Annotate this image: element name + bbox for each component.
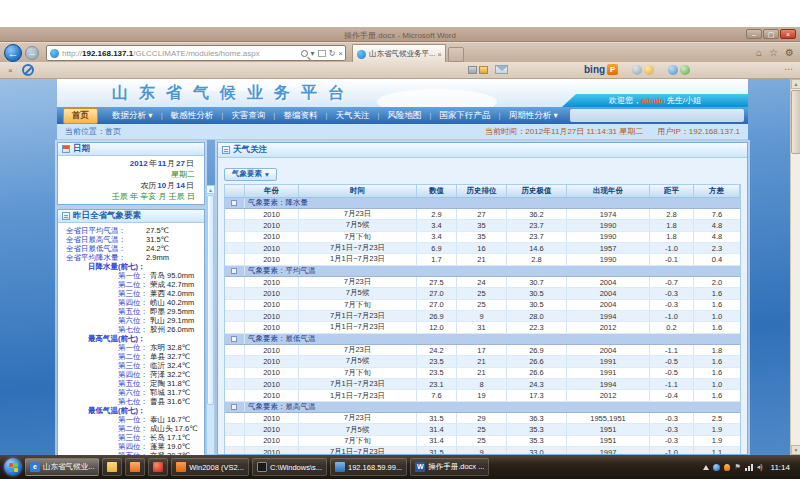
table-data-row[interactable]: 20107月5候31.42535.31951-0.31.9 [225,424,740,435]
blocked-icon[interactable] [22,64,34,76]
stop-icon[interactable]: × [338,49,343,58]
nav-item-8[interactable]: 周期性分析 ▾ [501,109,566,123]
table-data-row[interactable]: 20107月1日~7月23日23.1824.31994-1.11.0 [225,379,740,390]
table-group-row[interactable]: 气象要素：最高气温 [225,402,740,413]
table-cell: 1990 [567,254,650,264]
close-button[interactable]: × [780,29,796,39]
search-dropdown-icon[interactable]: ▾ [311,49,315,58]
nav-item-6[interactable]: 风险地图 [380,109,430,123]
mail-icon[interactable] [495,65,508,74]
table-data-row[interactable]: 20101月1日~7月23日12.03122.320120.21.6 [225,322,740,333]
taskbar-clock[interactable]: 11:14 [771,463,790,472]
table-data-row[interactable]: 20107月1日~7月23日26.9928.01994-1.01.0 [225,311,740,322]
table-data-row[interactable]: 20107月23日24.21726.92004-1.11.8 [225,345,740,356]
table-data-row[interactable]: 20107月5候3.43523.719901.84.8 [225,220,740,231]
new-tab-button[interactable] [448,47,464,62]
expand-box-icon[interactable] [231,268,237,274]
tab-close-icon[interactable]: × [437,50,442,59]
table-data-row[interactable]: 20107月5候23.52126.61991-0.51.6 [225,356,740,367]
taskbar-window-button-0[interactable]: e山东省气候业... [25,458,99,476]
table-data-row[interactable]: 20107月下旬27.02530.52004-0.31.6 [225,300,740,311]
table-cell: 7月1日~7月23日 [299,243,417,253]
table-data-row[interactable]: 20107月23日31.52936.31955,1951-0.32.5 [225,413,740,424]
page-viewport: 山东省气候业务平台 欢迎您，admin 先生/小姐 首页数据分析 ▾|敏感性分析… [0,79,800,455]
nav-item-1[interactable]: 数据分析 ▾ [104,109,161,123]
taskbar-window-button-1[interactable] [102,458,122,476]
element-selector-button[interactable]: 气象要素▾ [224,168,277,181]
browser-scrollbar[interactable]: ▲ ▼ [790,79,800,455]
addon-cards-icon[interactable] [468,66,488,74]
bluetooth-icon[interactable] [713,464,720,471]
table-group-row[interactable]: 气象要素：平均气温 [225,266,740,277]
show-hidden-icons-icon[interactable] [703,465,709,470]
maximize-button[interactable]: ▢ [763,29,779,39]
minimize-button[interactable]: – [746,29,762,39]
addon-share-icon[interactable] [668,65,690,75]
browser-tab[interactable]: 山东省气候业务平... × [352,44,446,63]
volume-icon[interactable]: ◂) [757,463,763,471]
content-scrollbar-thumb[interactable] [207,195,214,405]
nav-item-7[interactable]: 国家下行产品 [432,109,499,123]
browser-scrollbar-thumb[interactable] [791,90,800,154]
table-data-row[interactable]: 20107月23日2.92736.219742.87.6 [225,209,740,220]
table-data-row[interactable]: 20101月1日~7月23日1.7212.81990-0.10.4 [225,254,740,265]
nav-item-3[interactable]: 灾害查询 [223,109,273,123]
bing-toolbar[interactable]: bing P [584,64,618,75]
bing-rewards-icon[interactable]: P [607,64,618,75]
taskbar-window-button-6[interactable]: 192.168.59.99... [330,458,407,476]
table-data-row[interactable]: 20107月23日27.52430.72004-0.72.0 [225,277,740,288]
table-data-row[interactable]: 20107月下旬23.52126.61991-0.51.6 [225,368,740,379]
nav-item-2[interactable]: 敏感性分析 [163,109,222,123]
table-column-header[interactable]: 年份 [245,185,299,197]
table-column-header[interactable]: 方差 [694,185,740,197]
stat-value: 24.2℃ [146,244,169,253]
table-group-row[interactable]: 气象要素：最低气温 [225,334,740,345]
expand-box-icon[interactable] [231,404,237,410]
expand-box-icon[interactable] [231,200,237,206]
address-bar[interactable]: http://192.168.137.1/GLCCLIMATE/modules/… [46,45,346,61]
sidebar-close-icon[interactable]: × [8,66,13,75]
scroll-down-icon[interactable]: ▼ [791,445,800,455]
bing-logo[interactable]: bing [584,64,605,75]
table-data-row[interactable]: 20107月下旬3.43523.719901.84.8 [225,232,740,243]
compatibility-view-icon[interactable] [318,50,326,57]
back-button[interactable]: ← [4,44,22,62]
table-column-header[interactable]: 距平 [650,185,694,197]
taskbar-window-button-3[interactable] [148,458,168,476]
table-column-header[interactable]: 历史排位 [457,185,507,197]
taskbar-window-button-7[interactable]: W操作手册.docx ... [410,458,489,476]
nav-item-5[interactable]: 天气关注 [327,109,377,123]
settings-gear-icon[interactable]: ⚙ [785,47,794,58]
more-options-icon[interactable]: ⋯ [784,64,794,74]
taskbar-window-button-2[interactable] [125,458,145,476]
taskbar-window-button-5[interactable]: C:\Windows\s... [252,458,327,476]
table-column-header[interactable]: 数值 [417,185,457,197]
table-data-row[interactable]: 20107月1日~7月23日6.91614.61957-1.02.3 [225,243,740,254]
table-group-row[interactable]: 气象要素：降水量 [225,198,740,209]
start-button[interactable] [4,458,22,476]
favorites-star-icon[interactable]: ☆ [769,47,778,58]
table-column-header[interactable]: 历史极值 [507,185,567,197]
table-data-row[interactable]: 20107月1日~7月23日31.5933.01997-1.01.1 [225,447,740,454]
security-icon[interactable] [724,464,730,471]
forward-button[interactable]: → [25,46,39,60]
table-data-row[interactable]: 20101月1日~7月23日7.61917.32012-0.41.6 [225,390,740,401]
nav-item-0[interactable]: 首页 [63,108,98,124]
addon-coins-icon[interactable] [632,65,654,75]
scroll-up-icon[interactable]: ▲ [791,79,800,89]
table-data-row[interactable]: 20107月5候27.02530.52004-0.31.6 [225,288,740,299]
nav-item-4[interactable]: 整编资料 [275,109,325,123]
table-data-row[interactable]: 20107月下旬31.42535.31951-0.31.9 [225,436,740,447]
network-icon[interactable] [745,464,753,471]
flag-icon[interactable]: ⚑ [734,463,740,471]
taskbar-window-button-4[interactable]: Win2008 (VS2... [171,458,249,476]
table-column-header[interactable]: 出现年份 [567,185,650,197]
expand-box-icon[interactable] [231,336,237,342]
home-icon[interactable]: ⌂ [756,47,762,58]
content-scrollbar[interactable]: ▲ [206,185,215,455]
table-cell: 23.7 [507,220,567,230]
rank-station-value: 郓城 31.7℃ [150,388,190,397]
table-column-header[interactable]: 时间 [299,185,417,197]
search-icon[interactable] [301,50,308,57]
refresh-icon[interactable]: ↻ [329,49,336,58]
